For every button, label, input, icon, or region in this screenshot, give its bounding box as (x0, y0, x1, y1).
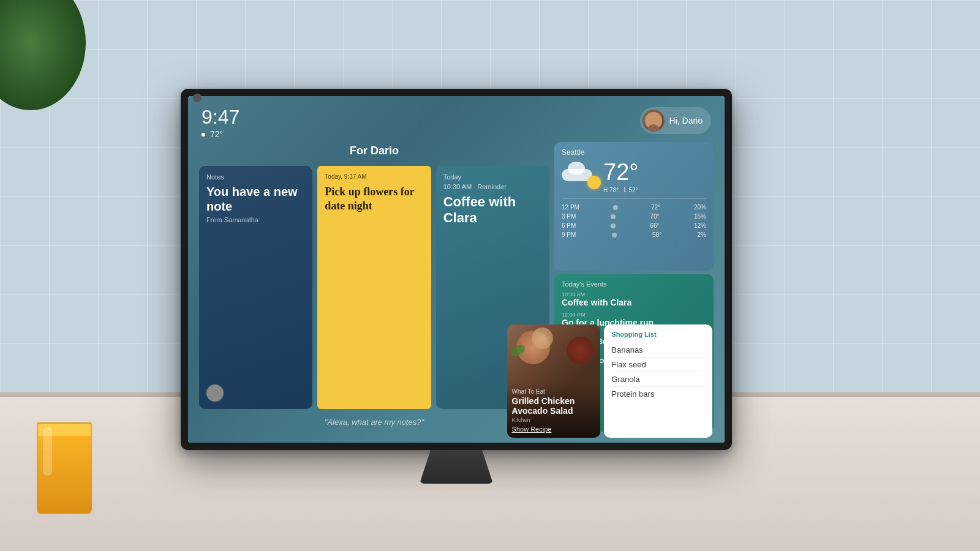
weather-city: Seattle (562, 148, 706, 157)
alexa-prompt: "Alexa, what are my notes?" (199, 413, 549, 432)
event-item-1: 10:30 AM Coffee with Clara (562, 291, 706, 308)
shopping-item-4: Protein bars (611, 387, 705, 401)
event-time: 10:30 AM (562, 291, 706, 298)
forecast-icon (611, 223, 616, 228)
sticky-date: Today, 9:37 AM (325, 173, 423, 180)
reminder-time: 10:30 AM · Reminder (443, 183, 542, 190)
shopping-list-title: Shopping List (611, 331, 705, 338)
forecast-icon (612, 233, 617, 238)
bottom-widgets-row: What To Eat Grilled Chicken Avocado Sala… (507, 324, 712, 438)
weather-forecast: 12 PM 72° 20% 3 PM 70° 15% (562, 198, 706, 239)
note-card-title: You have a new note (206, 184, 305, 214)
forecast-row: 9 PM 58° 2% (562, 230, 706, 239)
cards-row: Notes You have a new note From Samanatha… (199, 166, 549, 409)
shopping-item-1: Bananas (611, 343, 705, 358)
sender-avatar (206, 384, 224, 402)
event-name: Coffee with Clara (562, 298, 706, 308)
event-time: 12:00 PM (562, 312, 706, 318)
shopping-item-3: Granola (611, 372, 705, 387)
recipe-widget[interactable]: What To Eat Grilled Chicken Avocado Sala… (507, 324, 601, 438)
weather-big-temp: 72° (603, 159, 638, 186)
note-card[interactable]: Notes You have a new note From Samanatha (199, 166, 312, 409)
home-screen: 9:47 72° Hi, Dario For Dario (188, 96, 725, 443)
device-screen: 9:47 72° Hi, Dario For Dario (188, 96, 725, 443)
forecast-row: 6 PM 66° 12% (562, 221, 706, 230)
user-avatar (643, 110, 665, 132)
reminder-title: Coffee with Clara (443, 194, 542, 227)
device-stand (420, 450, 493, 484)
cloud-icon (562, 163, 592, 181)
show-recipe-button[interactable]: Show Recipe (512, 425, 596, 433)
top-bar: 9:47 72° Hi, Dario (194, 102, 718, 142)
reminder-day: Today (443, 173, 542, 181)
note-card-label: Notes (206, 173, 305, 181)
greeting-text: Hi, Dario (669, 116, 703, 126)
recipe-source: Kitchen (512, 417, 596, 423)
weather-hi-lo: H 78° L 52° (603, 187, 638, 193)
what-to-eat-label: What To Eat (512, 388, 596, 395)
left-panel: For Dario Notes You have a new note From… (199, 142, 549, 432)
sticky-note-card[interactable]: Today, 9:37 AM Pick up flowers for date … (317, 166, 431, 409)
sticky-text: Pick up flowers for date night (325, 185, 423, 214)
juice-glass (37, 422, 92, 514)
weather-dot-icon (202, 133, 205, 137)
for-user-heading: For Dario (199, 142, 549, 162)
weather-temp-display: 72° (202, 129, 239, 139)
events-widget-title: Today's Events (562, 280, 706, 288)
weather-widget[interactable]: Seattle 72° H 78° L (554, 142, 714, 271)
forecast-icon (613, 205, 618, 210)
note-card-from: From Samanatha (206, 216, 305, 223)
recipe-overlay: What To Eat Grilled Chicken Avocado Sala… (507, 383, 601, 438)
shopping-item-2: Flax seed (611, 358, 705, 372)
camera-icon (193, 94, 202, 102)
forecast-row: 12 PM 72° 20% (562, 203, 706, 212)
sun-icon (587, 176, 601, 189)
forecast-icon (611, 214, 616, 219)
weather-main: 72° H 78° L 52° (562, 159, 706, 193)
forecast-row: 3 PM 70° 15% (562, 212, 706, 221)
plant-decoration (0, 0, 86, 184)
clock-display: 9:47 (202, 107, 239, 127)
clock-weather-widget: 9:47 72° (202, 107, 239, 139)
recipe-title: Grilled Chicken Avocado Salad (512, 396, 596, 416)
shopping-list-widget[interactable]: Shopping List Bananas Flax seed Granola … (604, 324, 712, 438)
echo-show-device: 9:47 72° Hi, Dario For Dario (181, 89, 732, 450)
user-greeting-button[interactable]: Hi, Dario (640, 107, 711, 134)
